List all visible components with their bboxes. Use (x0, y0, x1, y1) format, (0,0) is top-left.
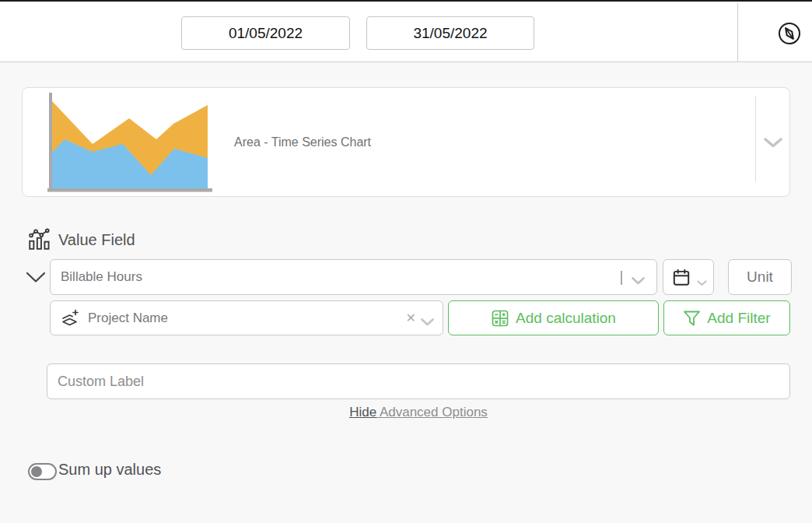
custom-label-input[interactable] (47, 363, 790, 399)
group-by-field-value: Project Name (80, 311, 443, 326)
calendar-icon (671, 268, 691, 291)
hide-label: Hide (349, 405, 376, 419)
add-filter-label: Add Filter (707, 310, 770, 327)
date-to-input[interactable] (366, 16, 534, 50)
text-cursor (621, 271, 622, 285)
toggle-knob (31, 466, 42, 477)
chevron-down-icon (697, 276, 707, 290)
advanced-options-label: Advanced Options (376, 405, 488, 419)
chevron-down-icon[interactable] (764, 137, 782, 151)
group-by-field-select[interactable]: Project Name ✕ (50, 300, 443, 335)
card-divider (755, 96, 756, 181)
topbar-divider (737, 3, 738, 62)
compass-button[interactable] (775, 20, 803, 48)
date-granularity-dropdown[interactable] (663, 259, 714, 295)
calculator-icon (491, 309, 509, 328)
chart-type-label: Area - Time Series Chart (234, 88, 371, 196)
collapse-section-chevron-icon[interactable] (26, 272, 46, 286)
topbar (0, 0, 812, 62)
chart-type-selector[interactable]: Area - Time Series Chart (22, 87, 790, 197)
sum-up-values-label: Sum up values (58, 461, 161, 479)
chart-config-panel: Area - Time Series Chart Value Field Bil… (0, 0, 812, 523)
clear-x-icon[interactable]: ✕ (406, 311, 416, 326)
combo-chart-icon (28, 228, 51, 254)
chevron-down-icon[interactable] (632, 274, 645, 288)
value-field-title: Value Field (58, 231, 135, 249)
unit-button[interactable]: Unit (728, 259, 792, 295)
value-field-select[interactable]: Billable Hours (50, 259, 657, 295)
value-field-select-value: Billable Hours (51, 269, 142, 285)
layers-plus-icon (60, 308, 80, 328)
add-calculation-label: Add calculation (516, 310, 616, 327)
advanced-options-row: Hide Advanced Options (47, 405, 790, 420)
compass-icon (777, 37, 802, 48)
hide-advanced-options-link[interactable]: Hide Advanced Options (349, 405, 488, 419)
add-calculation-button[interactable]: Add calculation (448, 300, 659, 335)
area-chart-thumbnail-icon (47, 90, 214, 196)
chevron-down-icon[interactable] (421, 315, 434, 329)
date-from-input[interactable] (181, 16, 350, 50)
add-filter-button[interactable]: Add Filter (663, 300, 790, 335)
funnel-icon (683, 310, 701, 327)
sum-up-values-toggle[interactable] (28, 463, 57, 480)
